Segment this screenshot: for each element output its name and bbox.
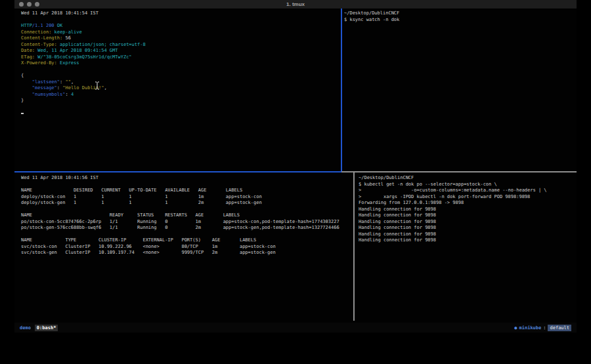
terminal-line bbox=[21, 104, 339, 111]
pane-ksync-watch[interactable]: ~/Desktop/DublinCNCF$ ksync watch -n dok bbox=[344, 10, 574, 171]
tmux-status-bar: demo 0:bash* ● minikube : default bbox=[14, 323, 577, 333]
terminal-line: X-Powered-By: Express bbox=[21, 60, 339, 67]
terminal-line: { bbox=[21, 73, 339, 79]
terminal-line: "lastseen": "", bbox=[21, 79, 339, 86]
status-right: ● minikube : default bbox=[514, 325, 571, 331]
kube-context: minikube bbox=[519, 325, 542, 331]
terminal-line: Handling connection for 9898 bbox=[359, 232, 574, 238]
terminal-cursor bbox=[21, 113, 24, 114]
terminal-line: Handling connection for 9898 bbox=[359, 219, 574, 226]
terminal-line: Connection: keep-alive bbox=[21, 30, 339, 36]
kubernetes-icon: ● bbox=[514, 325, 517, 331]
terminal-line bbox=[21, 182, 352, 188]
terminal-line: Content-Length: 56 bbox=[21, 35, 339, 42]
terminal-line: Handling connection for 9898 bbox=[359, 237, 574, 244]
terminal-line bbox=[21, 110, 339, 117]
pane-port-forward[interactable]: ~/Desktop/DublinCNCF$ kubectl get -n dok… bbox=[359, 175, 574, 321]
terminal-line: Forwarding from 127.0.0.1:9898 -> 9898 bbox=[359, 200, 574, 207]
terminal-line: "numsymbols": 4 bbox=[21, 92, 339, 98]
terminal-line: $ kubectl get -n dok po --selector=app=s… bbox=[359, 182, 574, 188]
terminal-line: > -o=custom-columns=:metadata.name --no-… bbox=[359, 188, 574, 194]
terminal-line bbox=[21, 67, 339, 73]
terminal-line bbox=[21, 17, 339, 24]
terminal-line: Handling connection for 9898 bbox=[359, 212, 574, 219]
terminal-line: ~/Desktop/DublinCNCF bbox=[344, 10, 574, 17]
terminal-line: $ ksync watch -n dok bbox=[344, 17, 574, 24]
terminal-line: deploy/stock-gen 1 1 1 1 2m app=stock-ge… bbox=[21, 200, 352, 207]
pane-http-response[interactable]: Wed 11 Apr 2018 10:41:54 ISTHTTP/1.1 200… bbox=[21, 10, 339, 171]
kube-separator: : bbox=[543, 325, 546, 331]
terminal-line: NAME TYPE CLUSTER-IP EXTERNAL-IP PORT(S)… bbox=[21, 237, 352, 244]
terminal-line: HTTP/1.1 200 OK bbox=[21, 23, 339, 30]
terminal-line: > xargs -IPOD kubectl -n dok port-forwar… bbox=[359, 194, 574, 201]
terminal-line: NAME DESIRED CURRENT UP-TO-DATE AVAILABL… bbox=[21, 188, 352, 194]
kube-namespace: default bbox=[548, 325, 571, 331]
pane-divider-horizontal[interactable] bbox=[341, 171, 577, 172]
terminal-line: Handling connection for 9898 bbox=[359, 207, 574, 213]
session-name: demo bbox=[20, 325, 31, 331]
pane-divider-bottom-vertical[interactable] bbox=[353, 172, 355, 321]
terminal-line: Wed 11 Apr 2018 10:41:54 IST bbox=[21, 10, 339, 17]
terminal-line: "message": "Hello Dublin!", bbox=[21, 85, 339, 92]
terminal-line: svc/stock-gen ClusterIP 10.109.197.74 <n… bbox=[21, 250, 352, 256]
pane-kubectl-resources[interactable]: Wed 11 Apr 2018 10:41:56 ISTNAME DESIRED… bbox=[21, 175, 352, 321]
window-title: 1. tmux bbox=[14, 1, 577, 7]
terminal-line: ETag: W/"38-05coCsrg3mQ75sHr1d/qcMTwYZc" bbox=[21, 54, 339, 61]
pane-divider-horizontal-active[interactable] bbox=[14, 171, 341, 172]
terminal-line bbox=[21, 207, 352, 213]
terminal-line: ~/Desktop/DublinCNCF bbox=[359, 175, 574, 182]
terminal-line: Content-Type: application/json; charset=… bbox=[21, 42, 339, 49]
terminal-line: Date: Wed, 11 Apr 2018 09:41:54 GMT bbox=[21, 48, 339, 54]
terminal-window: 1. tmux Wed 11 Apr 2018 10:41:54 ISTHTTP… bbox=[14, 0, 577, 333]
pane-divider-top-vertical[interactable] bbox=[341, 9, 342, 171]
terminal-line: NAME READY STATUS RESTARTS AGE LABELS bbox=[21, 212, 352, 219]
terminal-line: po/stock-con-5cc874766c-2p6rp 1/1 Runnin… bbox=[21, 219, 352, 226]
active-window-label[interactable]: 0:bash* bbox=[35, 325, 58, 331]
desktop-background: { "window": { "title": "1. tmux" }, "col… bbox=[0, 0, 591, 364]
terminal-line: } bbox=[21, 98, 339, 104]
text-select-cursor-icon bbox=[95, 81, 100, 90]
terminal-line: svc/stock-con ClusterIP 10.99.222.96 <no… bbox=[21, 244, 352, 251]
terminal-line bbox=[21, 232, 352, 238]
terminal-line: Handling connection for 9898 bbox=[359, 225, 574, 232]
terminal-line: deploy/stock-con 1 1 1 1 1m app=stock-co… bbox=[21, 194, 352, 201]
window-titlebar[interactable]: 1. tmux bbox=[14, 0, 577, 9]
terminal-line: po/stock-gen-576cc688bb-swqf6 1/1 Runnin… bbox=[21, 225, 352, 232]
terminal-line: Wed 11 Apr 2018 10:41:56 IST bbox=[21, 175, 352, 182]
